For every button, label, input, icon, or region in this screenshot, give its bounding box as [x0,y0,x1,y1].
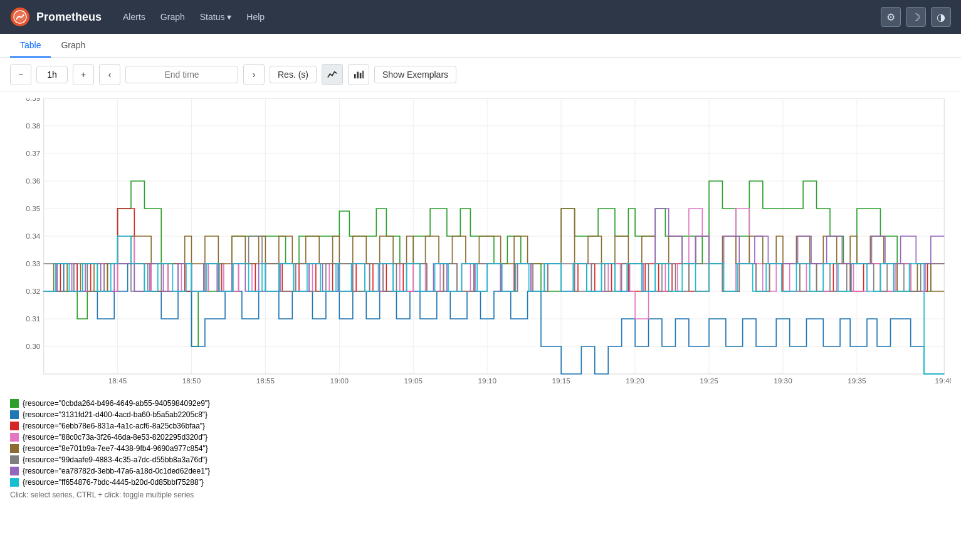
svg-text:0.30: 0.30 [26,343,40,350]
svg-text:0.32: 0.32 [26,288,40,295]
tab-bar: Table Graph [0,34,961,58]
chart-container: 0.39 0.38 0.37 0.36 0.35 0.34 0.33 0.32 … [0,92,961,393]
legend-color-4 [10,444,19,453]
legend-label-7: {resource="ff654876-7bdc-4445-b20d-0d85b… [23,478,204,487]
svg-text:19:40: 19:40 [935,377,951,385]
svg-rect-57 [10,444,19,453]
svg-rect-55 [10,422,19,430]
legend-label-1: {resource="3131fd21-d400-4acd-ba60-b5a5a… [23,410,207,419]
next-time-button[interactable]: › [243,64,265,85]
tab-graph[interactable]: Graph [51,34,95,58]
svg-text:0.37: 0.37 [26,150,40,157]
decrease-duration-button[interactable]: − [10,64,31,85]
bar-chart-button[interactable] [348,64,369,85]
legend-item-0[interactable]: {resource="0cbda264-b496-4649-ab55-94059… [10,399,951,408]
svg-text:18:50: 18:50 [182,377,201,385]
svg-text:0.36: 0.36 [26,177,40,185]
legend-item-2[interactable]: {resource="6ebb78e6-831a-4a1c-acf6-8a25c… [10,422,951,430]
bar-chart-icon [354,69,364,80]
svg-rect-58 [10,455,19,464]
app-logo [10,7,30,27]
svg-rect-59 [10,467,19,475]
legend-item-6[interactable]: {resource="ea78782d-3ebb-47a6-a18d-0c1de… [10,467,951,475]
svg-text:19:15: 19:15 [552,377,570,385]
svg-text:19:05: 19:05 [404,377,423,385]
svg-rect-56 [10,433,19,442]
svg-text:19:10: 19:10 [478,377,496,385]
legend-color-3 [10,433,19,442]
settings-button[interactable]: ⚙ [881,7,901,27]
chart-legend: {resource="0cbda264-b496-4649-ab55-94059… [0,393,961,506]
svg-text:19:35: 19:35 [848,377,866,385]
legend-color-2 [10,422,19,430]
navbar: Prometheus Alerts Graph Status ▾ Help ⚙ … [0,0,961,34]
legend-color-0 [10,399,19,408]
legend-label-6: {resource="ea78782d-3ebb-47a6-a18d-0c1de… [23,467,210,475]
legend-item-1[interactable]: {resource="3131fd21-d400-4acd-ba60-b5a5a… [10,410,951,419]
legend-hint: Click: select series, CTRL + click: togg… [10,490,951,499]
theme-moon-button[interactable]: ☽ [906,7,926,27]
legend-label-0: {resource="0cbda264-b496-4649-ab55-94059… [23,399,210,408]
legend-label-4: {resource="8e701b9a-7ee7-4438-9fb4-9690a… [23,444,208,453]
legend-item-4[interactable]: {resource="8e701b9a-7ee7-4438-9fb4-9690a… [10,444,951,453]
svg-rect-54 [10,410,19,419]
line-chart-icon [327,69,337,80]
legend-item-5[interactable]: {resource="99daafe9-4883-4c35-a7dc-d55bb… [10,455,951,464]
increase-duration-button[interactable]: + [73,64,94,85]
svg-text:0.31: 0.31 [26,315,40,323]
status-dropdown[interactable]: Status ▾ [194,8,238,26]
svg-text:19:00: 19:00 [330,377,349,385]
svg-rect-5 [362,71,364,78]
svg-text:19:20: 19:20 [626,377,644,385]
app-title: Prometheus [36,11,102,24]
end-time-input[interactable] [125,66,238,83]
graph-controls: − + ‹ › Res. (s) Show Exemplars [0,58,961,92]
svg-text:0.39: 0.39 [26,98,40,102]
main-chart: 0.39 0.38 0.37 0.36 0.35 0.34 0.33 0.32 … [10,98,951,386]
legend-color-1 [10,410,19,419]
tab-table[interactable]: Table [10,34,51,58]
resolution-button[interactable]: Res. (s) [270,66,317,83]
svg-text:18:45: 18:45 [108,377,127,385]
svg-text:0.33: 0.33 [26,260,40,267]
line-chart-button[interactable] [322,64,343,85]
svg-text:19:30: 19:30 [774,377,792,385]
svg-rect-60 [10,478,19,487]
help-link[interactable]: Help [240,8,271,26]
svg-text:19:25: 19:25 [700,377,718,385]
svg-text:0.38: 0.38 [26,122,40,130]
svg-rect-53 [10,399,19,408]
legend-color-7 [10,478,19,487]
alerts-link[interactable]: Alerts [117,8,152,26]
svg-rect-3 [357,72,359,79]
legend-label-5: {resource="99daafe9-4883-4c35-a7dc-d55bb… [23,455,207,464]
svg-text:18:55: 18:55 [256,377,275,385]
legend-label-2: {resource="6ebb78e6-831a-4a1c-acf6-8a25c… [23,422,205,430]
legend-item-7[interactable]: {resource="ff654876-7bdc-4445-b20d-0d85b… [10,478,951,487]
app-brand: Prometheus [10,7,102,27]
legend-color-6 [10,467,19,475]
show-exemplars-button[interactable]: Show Exemplars [374,66,456,83]
svg-text:0.34: 0.34 [26,232,40,240]
svg-rect-2 [354,74,356,78]
duration-input[interactable] [36,66,68,83]
svg-text:0.35: 0.35 [26,205,40,212]
legend-color-5 [10,455,19,464]
svg-rect-4 [360,73,362,78]
legend-label-3: {resource="88c0c73a-3f26-46da-8e53-82022… [23,433,207,442]
graph-link[interactable]: Graph [154,8,191,26]
legend-item-3[interactable]: {resource="88c0c73a-3f26-46da-8e53-82022… [10,433,951,442]
nav-links: Alerts Graph Status ▾ Help [117,12,271,22]
prev-time-button[interactable]: ‹ [99,64,120,85]
theme-contrast-button[interactable]: ◑ [931,7,951,27]
navbar-right: ⚙ ☽ ◑ [881,7,951,27]
